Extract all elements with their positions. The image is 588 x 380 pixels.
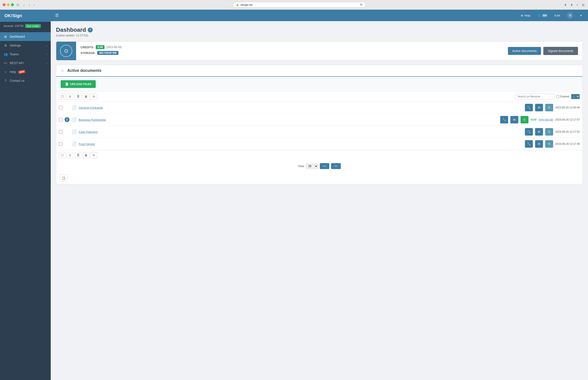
user-menu-dropdown[interactable]: ▾	[579, 13, 584, 19]
page-title-row: Dashboard ?	[56, 26, 583, 33]
documents-table: 📄 General Contractor 🔧 ✉ ⎘ 2023-06-20 12…	[56, 102, 583, 150]
copy-toolbar-button[interactable]: ⎘	[67, 94, 74, 100]
hamburger-icon[interactable]: ☰	[55, 13, 59, 18]
wrench-action-button[interactable]: 🔧	[525, 140, 533, 148]
sidebar-item-dashboard[interactable]: ⊞ Dashboard	[0, 32, 51, 41]
download-icon[interactable]: ⬇	[563, 3, 568, 7]
minimize-button[interactable]	[7, 3, 10, 6]
row-checkbox[interactable]	[59, 118, 62, 121]
sidebar-toggle-browser[interactable]: ⊡	[16, 3, 20, 7]
wrench-action-button[interactable]: 🔧	[500, 116, 508, 123]
copy-action-button[interactable]: ⎘	[545, 128, 553, 135]
archive-toolbar-button[interactable]: 🗄	[75, 94, 81, 100]
email-action-button[interactable]: ✉	[535, 140, 543, 148]
footer-icon-button[interactable]: 📋	[60, 174, 67, 182]
footer-area: 📋	[56, 172, 583, 184]
search-input[interactable]	[515, 94, 555, 99]
page-subtitle: (Latest update: 11:27:52)	[56, 34, 583, 37]
tabs-icon[interactable]: ⊟	[581, 3, 585, 7]
view-per-page-select[interactable]: 25 50 100	[306, 164, 318, 169]
close-button[interactable]	[3, 3, 5, 6]
speedometer-icon: ⊙	[64, 48, 68, 54]
expired-checkbox[interactable]	[556, 95, 559, 98]
sidebar-item-settings[interactable]: ⚙ Settings ‹	[0, 41, 51, 50]
page-next-button[interactable]: >>	[331, 163, 341, 169]
expired-filter: Expired	[556, 95, 569, 98]
upload-label: UPLOAD FILES	[70, 82, 91, 86]
copy-action-button[interactable]: ⎘	[521, 116, 529, 123]
document-date: 2023-06-20 12:17:52	[555, 130, 580, 133]
table-toolbar-bottom: ☐ ⎘ 🗄 🗑 ↻	[56, 150, 583, 160]
traffic-lights	[3, 3, 14, 6]
page-help-icon[interactable]: ?	[88, 28, 93, 32]
email-action-button[interactable]: ✉	[535, 104, 543, 111]
pdf-icon: 📄	[72, 117, 77, 122]
page-header: Dashboard ? (Latest update: 11:27:52)	[56, 26, 583, 37]
row-checkbox[interactable]	[59, 130, 62, 133]
main-content: Dashboard ? (Latest update: 11:27:52) ⊙ …	[51, 21, 588, 380]
email-action-button[interactable]: ✉	[535, 128, 543, 135]
forward-browser[interactable]: ›	[33, 3, 36, 7]
sidebar: OK!Sign Account: 110726 Buy credits ⊞ Da…	[0, 10, 51, 380]
credits-nav-item[interactable]: 6.94	[553, 13, 562, 19]
document-date: 2023-06-20 12:17:57	[555, 118, 580, 121]
select-all-checkbox[interactable]: ☐	[59, 94, 65, 100]
email-action-button[interactable]: ✉	[510, 116, 518, 123]
row-checkbox[interactable]	[59, 106, 62, 109]
user-avatar[interactable]: ⊞	[565, 11, 575, 20]
document-date: 2023-06-20 12:40:44	[555, 106, 580, 109]
archive-toolbar-button-bottom[interactable]: 🗄	[75, 152, 81, 158]
reload-icon[interactable]: ↻	[360, 3, 363, 6]
delete-toolbar-button[interactable]: 🗑	[83, 94, 89, 100]
sidebar-item-contact[interactable]: ? Contact us	[0, 76, 51, 85]
row-checkbox[interactable]	[59, 142, 62, 146]
new-tab-icon[interactable]: +	[576, 3, 579, 7]
pdf-icon: 📄	[72, 141, 77, 146]
document-name-link[interactable]: Food Vendor	[79, 142, 523, 146]
chevron-down-browser[interactable]: ⌄	[22, 3, 26, 7]
credits-label: CREDITS:	[80, 46, 94, 49]
refresh-toolbar-button[interactable]: ↻	[91, 94, 97, 100]
active-documents-button[interactable]: Active documents	[508, 47, 541, 55]
storage-label: STORAGE:	[80, 51, 96, 55]
sidebar-item-teams[interactable]: 👥 Teams ‹	[0, 50, 51, 59]
document-name-link[interactable]: General Contractor	[79, 106, 523, 109]
copy-toolbar-button-bottom[interactable]: ⎘	[67, 152, 74, 158]
wrench-action-button[interactable]: 🔧	[525, 128, 533, 135]
settings-icon: ⚙	[3, 44, 7, 47]
refresh-toolbar-button-bottom[interactable]: ↻	[91, 152, 97, 158]
help-nav-icon: ⊕	[521, 14, 523, 17]
address-bar[interactable]: 🔒 oksign.be ↻	[233, 2, 365, 7]
top-navbar: ☰ ⊕ Help 🌐 EN 6.94 ⊞ ▾	[51, 10, 588, 21]
share-icon[interactable]: ⬆	[569, 3, 574, 7]
help-nav-item[interactable]: ⊕ Help	[519, 13, 532, 19]
language-selector[interactable]: 🌐 EN	[535, 13, 549, 19]
info-select[interactable]: i ii	[571, 94, 580, 99]
document-name-link[interactable]: Cash Payment	[79, 130, 523, 133]
back-arrow-icon[interactable]: ←	[61, 68, 65, 73]
sidebar-item-help[interactable]: ☆ Help NEW	[0, 67, 51, 76]
stats-details: CREDITS: 6.94 (2023-09-18) STORAGE: 685 …	[76, 42, 504, 60]
buy-credits-button[interactable]: Buy credits	[25, 24, 40, 28]
back-browser[interactable]: ‹	[28, 3, 31, 7]
sidebar-item-rest-api[interactable]: </> REST API ‹	[0, 59, 51, 67]
upload-files-button[interactable]: 📄 UPLOAD FILES	[61, 80, 96, 88]
stats-icon-area: ⊙	[56, 42, 76, 60]
language-badge: EN	[542, 14, 547, 17]
footer-doc-icon: 📋	[62, 176, 65, 180]
page-prev-button[interactable]: <<	[320, 163, 329, 169]
select-all-checkbox-bottom[interactable]: ☐	[59, 152, 65, 158]
dashboard-icon: ⊞	[3, 35, 7, 38]
upload-area: 📄 UPLOAD FILES	[56, 77, 583, 92]
copy-action-button[interactable]: ⎘	[545, 140, 553, 148]
wrench-action-button[interactable]: 🔧	[525, 104, 533, 111]
delete-toolbar-button-bottom[interactable]: 🗑	[83, 152, 89, 158]
expire-date-link[interactable]: yyyy-mm-dd	[539, 118, 553, 121]
maximize-button[interactable]	[11, 3, 14, 6]
copy-action-button[interactable]: ⎘	[545, 104, 553, 111]
document-name-link[interactable]: Business Partnership	[79, 118, 498, 121]
signed-documents-button[interactable]: Signed documents	[543, 47, 578, 55]
avatar-grid-icon: ⊞	[569, 14, 571, 17]
sidebar-item-label: Dashboard	[10, 35, 25, 38]
stats-card: ⊙ CREDITS: 6.94 (2023-09-18) STORAGE: 68…	[56, 41, 583, 60]
